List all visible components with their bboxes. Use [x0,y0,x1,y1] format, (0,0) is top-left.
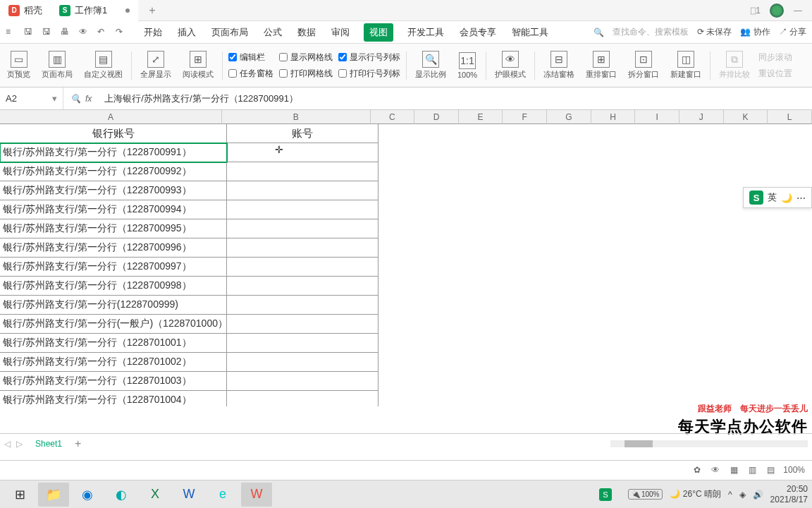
search-fx-icon[interactable]: 🔍 [70,94,81,104]
cell-b13[interactable] [227,353,379,372]
page-layout-button[interactable]: ▥页面布局 [39,49,75,81]
cell-a11[interactable]: 银行/苏州路支行/第一分行(一般户)（1228701000） [0,315,227,334]
search-input[interactable]: 查找命令、搜索模板 [613,26,689,38]
menu-会员专享[interactable]: 会员专享 [458,23,498,42]
wps-icon[interactable]: W [241,483,272,507]
cell-a13[interactable]: 银行/苏州路支行/第一分行（1228701002） [0,353,227,372]
page-preview-button[interactable]: ▭页预览 [4,49,33,81]
excel-icon[interactable]: X [140,483,171,507]
col-header-L[interactable]: L [768,110,812,124]
app-icon[interactable]: ◐ [106,483,137,507]
col-header-J[interactable]: J [679,110,724,124]
check-任务窗格[interactable]: 任务窗格 [228,68,273,80]
tab-daoke[interactable]: D 稻壳 [0,0,51,21]
col-header-G[interactable]: G [547,110,591,124]
new-tab-button[interactable]: + [138,4,166,17]
check-编辑栏[interactable]: 编辑栏 [228,52,273,64]
menu-插入[interactable]: 插入 [176,23,197,42]
arrange-windows-button[interactable]: ⊞重排窗口 [583,49,620,81]
cell-a8[interactable]: 银行/苏州路支行/第一分行（1228700997） [0,258,227,277]
cell-b4[interactable] [227,181,379,200]
sheet-next-button[interactable]: ▷ [16,439,23,449]
horizontal-scrollbar[interactable] [610,440,808,447]
tab-workbook[interactable]: S 工作簿1 [51,0,138,21]
col-header-I[interactable]: I [635,110,679,124]
settings-icon[interactable]: ✿ [691,464,703,476]
compare-button[interactable]: ⧉并排比较 [716,49,753,81]
sheet-tab[interactable]: Sheet1 [28,436,69,452]
minimize-icon[interactable]: — [791,4,805,18]
taskview-icon[interactable]: ⊞ [4,483,35,507]
eye-mode-button[interactable]: 👁护眼模式 [492,49,529,81]
view-normal-icon[interactable]: ▦ [728,464,739,476]
eye-icon[interactable]: 👁 [710,464,721,476]
cell-a15[interactable]: 银行/苏州路支行/第一分行（1228701004） [0,391,227,406]
menu-智能工具[interactable]: 智能工具 [510,23,550,42]
check-打印网格线[interactable]: 打印网格线 [279,68,333,80]
weather[interactable]: 🌙 26°C 晴朗 [670,488,721,500]
zoom-button[interactable]: 🔍显示比例 [412,49,449,81]
col-header-E[interactable]: E [459,110,503,124]
view-page-icon[interactable]: ▥ [746,464,758,476]
share-button[interactable]: ↗ 分享 [779,26,806,38]
col-header-A[interactable]: A [0,110,222,124]
menu-开发工具[interactable]: 开发工具 [406,23,445,42]
sheet-prev-button[interactable]: ◁ [4,439,11,449]
col-header-D[interactable]: D [414,110,459,124]
col-header-F[interactable]: F [503,110,547,124]
reading-mode-button[interactable]: ⊞阅读模式 [180,49,216,81]
cell-a3[interactable]: 银行/苏州路支行/第一分行（1228700992） [0,162,227,181]
cell-b15[interactable] [227,391,379,406]
redo-icon[interactable]: ↷ [116,27,127,38]
avatar[interactable] [770,4,784,18]
clock[interactable]: 20:50 2021/8/17 [770,484,808,504]
cell-b7[interactable] [227,238,379,258]
window-number-icon[interactable]: ⎕1 [749,4,763,18]
explorer-icon[interactable]: 📁 [38,483,69,507]
sogou-tray-icon[interactable]: S [590,483,621,507]
cell-b10[interactable] [227,296,379,315]
formula-input[interactable]: 上海银行/苏州路支行/第一分行（1228700991） [99,92,812,105]
split-window-button[interactable]: ⊡拆分窗口 [625,49,662,81]
save-icon[interactable]: 🖫 [24,27,35,38]
tray-up-icon[interactable]: ^ [728,490,732,500]
header-cell-b[interactable]: 账号 [227,124,379,143]
cell-a6[interactable]: 银行/苏州路支行/第一分行（1228700995） [0,219,227,238]
undo-icon[interactable]: ↶ [97,27,109,38]
unsaved-button[interactable]: ⟳ 未保存 [697,26,732,38]
menu-icon[interactable]: ≡ [6,27,17,38]
check-显示网格线[interactable]: 显示网格线 [279,52,333,64]
fullscreen-button[interactable]: ⤢全屏显示 [137,49,174,81]
word-icon[interactable]: W [173,483,204,507]
view-break-icon[interactable]: ▤ [765,464,776,476]
browser-icon[interactable]: e [207,483,238,507]
zoom-level[interactable]: 100% [783,465,805,475]
cell-a5[interactable]: 银行/苏州路支行/第一分行（1228700994） [0,200,227,219]
cell-a7[interactable]: 银行/苏州路支行/第一分行（1228700996） [0,238,227,258]
cell-a2[interactable]: 银行/苏州路支行/第一分行（1228700991） [0,143,227,162]
menu-公式[interactable]: 公式 [262,23,283,42]
print-icon[interactable]: 🖶 [61,27,72,38]
edge-icon[interactable]: ◉ [72,483,103,507]
cell-b9[interactable] [227,277,379,296]
menu-视图[interactable]: 视图 [364,23,393,42]
cell-a10[interactable]: 银行/苏州路支行/第一分行(1228700999) [0,296,227,315]
cell-a9[interactable]: 银行/苏州路支行/第一分行（1228700998） [0,277,227,296]
col-header-B[interactable]: B [222,110,370,124]
cell-b3[interactable] [227,162,379,181]
cell-b6[interactable] [227,219,379,238]
menu-数据[interactable]: 数据 [296,23,317,42]
check-显示行号列标[interactable]: 显示行号列标 [338,52,400,64]
add-sheet-button[interactable]: + [75,437,81,450]
cell-b2[interactable] [227,143,379,162]
cell-a4[interactable]: 银行/苏州路支行/第一分行（1228700993） [0,181,227,200]
cell-b12[interactable] [227,334,379,353]
menu-审阅[interactable]: 审阅 [330,23,351,42]
cell-b14[interactable] [227,372,379,391]
col-header-C[interactable]: C [371,110,415,124]
ime-floating-bar[interactable]: S 英 🌙 ⋯ [743,187,812,208]
menu-页面布局[interactable]: 页面布局 [210,23,250,42]
fx-icon[interactable]: fx [85,94,92,104]
cell-b5[interactable] [227,200,379,219]
cell-b8[interactable] [227,258,379,277]
